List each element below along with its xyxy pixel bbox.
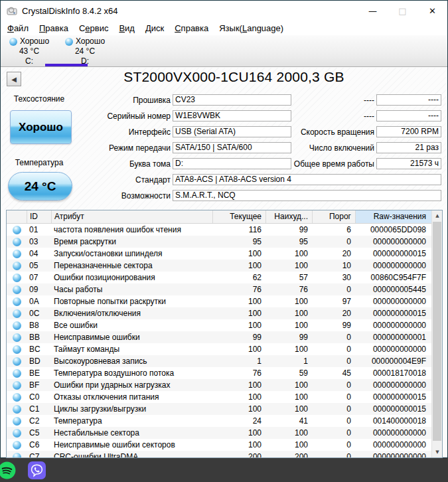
table-cell: 0: [312, 451, 355, 458]
menu-item[interactable]: Язык(Language): [214, 22, 289, 35]
table-row[interactable]: C1Циклы загрузки/выгрузки100100000000000…: [7, 403, 431, 415]
table-row[interactable]: C6Неисправимые ошибки секторов1001000000…: [7, 439, 431, 451]
table-cell: 0: [312, 343, 355, 355]
table-row[interactable]: 01частота появления ошибок чтения1169960…: [7, 224, 431, 236]
table-row[interactable]: C2Температура24410001400000018: [7, 415, 431, 427]
menu-item[interactable]: Справка: [169, 22, 214, 35]
vertical-scrollbar[interactable]: ▲ ▼: [431, 210, 442, 457]
table-cell: Часы работы: [51, 283, 212, 295]
table-cell: 95: [265, 236, 312, 248]
field-value-box[interactable]: ----: [376, 110, 441, 121]
status-cell: [7, 415, 27, 427]
crystaldiskinfo-window: CrystalDiskInfo 8.4.2 x64 — □ ✕ ФайлПрав…: [0, 0, 448, 458]
menu-item[interactable]: Файл: [2, 22, 34, 35]
table-row[interactable]: 0AПовторные попытки раскрутки10010097000…: [7, 295, 431, 307]
field-value-box[interactable]: D:: [173, 158, 291, 169]
table-cell: 0: [312, 236, 355, 248]
table-row[interactable]: 04Запуски/остановки шпинделя100100200000…: [7, 248, 431, 260]
scrollbar-down-icon[interactable]: ▼: [432, 447, 443, 457]
health-status-button[interactable]: Хорошо: [10, 110, 72, 144]
table-row[interactable]: C0Отказы отключения питания1001000000000…: [7, 391, 431, 403]
drive-tab-D[interactable]: Хорошо24 °CD:: [57, 37, 113, 66]
temperature-button[interactable]: 24 °C: [8, 172, 72, 201]
field-value-box[interactable]: CV23: [173, 94, 291, 106]
table-row[interactable]: BDВысокоуровневая запись110000000004E9F: [7, 355, 431, 367]
table-cell: 45: [312, 367, 355, 379]
table-row[interactable]: BFОшибки при ударных нагрузках1001000000…: [7, 379, 431, 391]
status-orb-icon: [13, 429, 21, 438]
drive-tab-temp: 24 °C: [57, 46, 113, 56]
table-cell: Повторные попытки раскрутки: [51, 295, 212, 307]
table-row[interactable]: 07Ошибки позиционирования62573000860C954…: [7, 272, 431, 283]
header-cell[interactable]: Raw-значения: [355, 210, 431, 223]
table-cell: Время раскрутки: [51, 236, 212, 248]
field-value-box[interactable]: ----: [376, 94, 441, 106]
table-cell: 01: [27, 224, 51, 236]
table-row[interactable]: B8Все ошибки10010099000000000000: [7, 319, 431, 331]
header-cell[interactable]: Порог: [312, 210, 355, 223]
taskbar: [0, 458, 448, 482]
table-cell: C7: [27, 451, 51, 458]
table-cell: 000000000015: [355, 248, 431, 260]
header-cell[interactable]: Текущее: [212, 210, 265, 223]
header-cell[interactable]: Атрибут: [51, 210, 212, 223]
status-cell: [7, 439, 27, 451]
table-cell: 20: [312, 248, 355, 260]
back-button[interactable]: ◀: [7, 72, 21, 86]
field-value-box[interactable]: ATA8-ACS | ATA8-ACS version 4: [173, 174, 441, 185]
close-button[interactable]: ✕: [417, 1, 447, 21]
table-cell: 41: [265, 415, 312, 427]
table-row[interactable]: C7CRC-ошибки UltraDMA2002000000000000000: [7, 451, 431, 458]
table-cell: 100: [212, 319, 265, 331]
table-row[interactable]: 09Часы работы76760000000005445: [7, 283, 431, 295]
maximize-button[interactable]: □: [388, 1, 417, 21]
status-orb-icon: [13, 369, 21, 378]
table-cell: C6: [27, 439, 51, 451]
field-value-box[interactable]: 21573 ч: [376, 158, 441, 169]
header-cell[interactable]: [7, 210, 27, 223]
field-value-box[interactable]: W1E8VWBK: [173, 110, 291, 121]
field-value-box[interactable]: SATA/150 | SATA/600: [173, 142, 291, 153]
table-row[interactable]: 03Время раскрутки95950000000000000: [7, 236, 431, 248]
drive-tab-temp: 43 °C: [1, 46, 57, 56]
status-orb-icon: [13, 333, 21, 342]
header-cell[interactable]: Наихуд...: [265, 210, 312, 223]
menu-item[interactable]: Правка: [34, 22, 74, 35]
viber-icon[interactable]: [28, 461, 46, 479]
status-orb-icon: [13, 226, 21, 234]
table-row[interactable]: 0CВключения/отключения100100200000000000…: [7, 307, 431, 319]
status-orb-icon: [13, 453, 21, 459]
table-row[interactable]: 05Переназначенные сектора100100100000000…: [7, 260, 431, 272]
field-value-box[interactable]: 21 раз: [376, 142, 441, 153]
table-cell: BF: [27, 379, 51, 391]
table-cell: 0: [312, 427, 355, 439]
status-cell: [7, 295, 27, 307]
table-cell: Неисправимые ошибки секторов: [51, 439, 212, 451]
spotify-icon[interactable]: [0, 461, 16, 479]
minimize-button[interactable]: —: [358, 1, 388, 21]
table-cell: Отказы отключения питания: [51, 391, 212, 403]
menu-item[interactable]: Вид: [113, 22, 140, 35]
field-value-box[interactable]: USB (Serial ATA): [173, 126, 291, 137]
header-cell[interactable]: ID: [27, 210, 51, 223]
drive-tab-C[interactable]: Хорошо43 °CC:: [1, 37, 57, 66]
menu-item[interactable]: Сервис: [74, 22, 114, 35]
status-cell: [7, 451, 27, 458]
table-cell: 20: [312, 307, 355, 319]
scrollbar-thumb[interactable]: [433, 222, 441, 441]
table-row[interactable]: BBНеисправимые ошибки99990000000000001: [7, 331, 431, 343]
status-orb-icon: [13, 309, 21, 318]
field-label: Прошивка: [74, 96, 171, 105]
table-row[interactable]: BEТемпература воздушного потока765945000…: [7, 367, 431, 379]
table-cell: 100: [212, 307, 265, 319]
field-value-box[interactable]: S.M.A.R.T., NCQ: [173, 190, 441, 201]
table-row[interactable]: C5Нестабильные сектора100100000000000000…: [7, 427, 431, 439]
scrollbar-up-icon[interactable]: ▲: [432, 210, 443, 221]
table-cell: 100: [212, 427, 265, 439]
field-value-box[interactable]: 7200 RPM: [376, 126, 441, 137]
table-cell: 99: [265, 331, 312, 343]
table-row[interactable]: BCТаймаут команды1001000000000000000: [7, 343, 431, 355]
table-cell: 99: [312, 319, 355, 331]
table-cell: 10: [312, 260, 355, 272]
menu-item[interactable]: Диск: [140, 22, 169, 35]
